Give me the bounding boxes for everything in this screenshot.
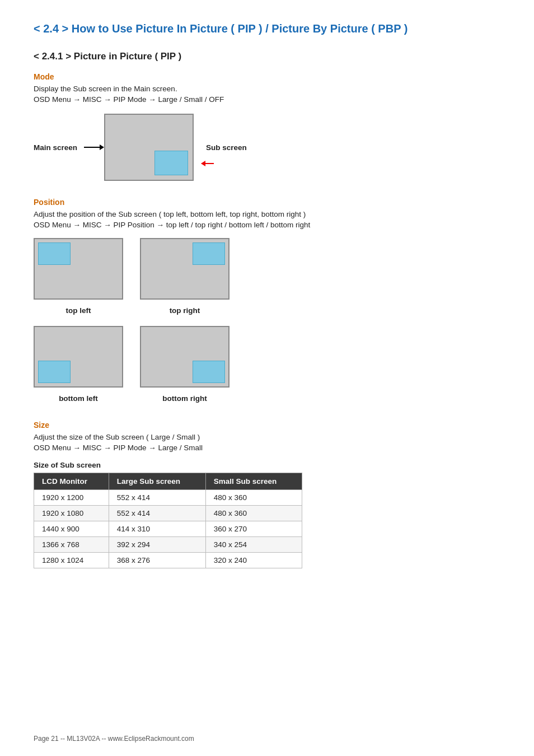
size-table: LCD Monitor Large Sub screen Small Sub s… — [34, 473, 302, 568]
table-cell-3-1: 392 x 294 — [109, 537, 205, 553]
pos-item-top-right: top right — [140, 238, 229, 315]
position-section: Position Adjust the position of the Sub … — [34, 198, 500, 403]
table-cell-1-2: 480 x 360 — [205, 506, 302, 521]
sub-screen-label: Sub screen — [206, 143, 247, 152]
pos-label-top-left: top left — [66, 306, 91, 315]
pip-diagram: Main screen Sub screen — [34, 114, 500, 181]
mode-desc2: OSD Menu → MISC → PIP Mode → Large / Sma… — [34, 95, 500, 104]
position-heading: Position — [34, 198, 500, 207]
pos-item-bottom-left: bottom left — [34, 326, 123, 403]
pos-sub-bottom-right — [193, 361, 225, 383]
table-cell-2-2: 360 x 270 — [205, 521, 302, 537]
position-desc1: Adjust the position of the Sub screen ( … — [34, 210, 500, 218]
pip-main-screen-box — [104, 114, 194, 181]
position-diagrams-bottom: bottom left bottom right — [34, 326, 500, 403]
pos-item-bottom-right: bottom right — [140, 326, 229, 403]
pos-label-bottom-right: bottom right — [162, 394, 207, 403]
table-cell-1-1: 552 x 414 — [109, 506, 205, 521]
mode-desc1: Display the Sub screen in the Main scree… — [34, 85, 500, 93]
pos-box-top-right — [140, 238, 229, 300]
arrow-head-red — [201, 161, 205, 166]
table-row: 1440 x 900414 x 310360 x 270 — [34, 521, 302, 537]
table-cell-3-2: 340 x 254 — [205, 537, 302, 553]
pos-sub-top-right — [193, 242, 225, 265]
pos-sub-bottom-left — [38, 361, 71, 383]
footer: Page 21 -- ML13V02A -- www.EclipseRackmo… — [34, 735, 194, 743]
pos-sub-top-left — [38, 242, 71, 265]
arrow-head — [100, 144, 104, 150]
table-cell-2-0: 1440 x 900 — [34, 521, 109, 537]
size-heading: Size — [34, 421, 500, 430]
position-diagrams: top left top right — [34, 238, 500, 315]
main-screen-arrow: Main screen — [34, 143, 104, 152]
table-cell-0-1: 552 x 414 — [109, 490, 205, 506]
sub-screen-arrow — [202, 163, 214, 164]
table-row: 1920 x 1080552 x 414480 x 360 — [34, 506, 302, 521]
table-title: Size of Sub screen — [34, 461, 500, 469]
size-desc2: OSD Menu → MISC → PIP Mode → Large / Sma… — [34, 444, 500, 452]
table-cell-1-0: 1920 x 1080 — [34, 506, 109, 521]
table-cell-4-1: 368 x 276 — [109, 553, 205, 568]
main-title: < 2.4 > How to Use Picture In Picture ( … — [34, 22, 500, 35]
pos-label-top-right: top right — [170, 306, 200, 315]
table-row: 1366 x 768392 x 294340 x 254 — [34, 537, 302, 553]
th-large-sub: Large Sub screen — [109, 473, 205, 490]
table-cell-0-0: 1920 x 1200 — [34, 490, 109, 506]
pip-sub-screen-box — [154, 151, 188, 175]
table-row: 1280 x 1024368 x 276320 x 240 — [34, 553, 302, 568]
table-row: 1920 x 1200552 x 414480 x 360 — [34, 490, 302, 506]
size-desc1: Adjust the size of the Sub screen ( Larg… — [34, 433, 500, 441]
page-container: < 2.4 > How to Use Picture In Picture ( … — [0, 0, 534, 602]
main-screen-label: Main screen — [34, 143, 77, 152]
pos-label-bottom-left: bottom left — [59, 394, 98, 403]
table-header-row: LCD Monitor Large Sub screen Small Sub s… — [34, 473, 302, 490]
table-cell-0-2: 480 x 360 — [205, 490, 302, 506]
table-cell-4-2: 320 x 240 — [205, 553, 302, 568]
mode-heading: Mode — [34, 72, 500, 81]
th-lcd-monitor: LCD Monitor — [34, 473, 109, 490]
arrow-line-red — [202, 163, 214, 164]
size-section: Size Adjust the size of the Sub screen (… — [34, 421, 500, 568]
sub-label-area: Sub screen — [199, 143, 247, 152]
pos-box-bottom-right — [140, 326, 229, 388]
table-cell-4-0: 1280 x 1024 — [34, 553, 109, 568]
table-cell-3-0: 1366 x 768 — [34, 537, 109, 553]
pos-item-top-left: top left — [34, 238, 123, 315]
table-cell-2-1: 414 x 310 — [109, 521, 205, 537]
pos-box-top-left — [34, 238, 123, 300]
table-body: 1920 x 1200552 x 414480 x 3601920 x 1080… — [34, 490, 302, 568]
th-small-sub: Small Sub screen — [205, 473, 302, 490]
section-241-title: < 2.4.1 > Picture in Picture ( PIP ) — [34, 51, 500, 62]
arrow-line — [84, 147, 100, 148]
pos-box-bottom-left — [34, 326, 123, 388]
position-desc2: OSD Menu → MISC → PIP Position → top lef… — [34, 221, 500, 229]
